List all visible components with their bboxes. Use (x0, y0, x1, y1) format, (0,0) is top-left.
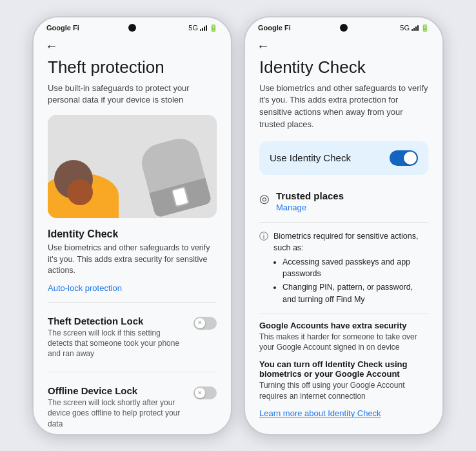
phone1-content: Theft protection Use built-in safeguards… (34, 57, 231, 434)
info-item-2: Changing PIN, pattern, or password, and … (283, 281, 428, 305)
extra-security-title: Google Accounts have extra security (259, 321, 428, 330)
phone2: Google Fi 5G 🔋 ← Identity Check Use biom… (244, 16, 444, 436)
signal-icon-2 (412, 25, 419, 31)
camera-notch-2 (340, 24, 348, 32)
carrier-1: Google Fi (46, 24, 79, 32)
info-item-1: Accessing saved passkeys and app passwor… (283, 256, 428, 279)
turn-off-block: You can turn off Identity Check using bi… (259, 359, 428, 402)
section3-title: Offline Device Lock (48, 385, 187, 396)
illus-brown2-shape (67, 179, 93, 205)
trusted-places-content: Trusted places Manage (276, 190, 344, 213)
page-subtitle-1: Use built-in safeguards to protect your … (48, 83, 217, 106)
offline-device-toggle[interactable]: ✕ (193, 386, 217, 399)
identity-toggle-label: Use Identity Check (270, 152, 351, 163)
auto-lock-link[interactable]: Auto-lock protection (48, 283, 217, 293)
extra-security-desc: This makes it harder for someone to take… (259, 332, 428, 354)
status-icons-2: 5G 🔋 (400, 24, 430, 32)
turn-off-desc: Turning this off using your Google Accou… (259, 380, 428, 402)
theft-detection-row: Theft Detection Lock The screen will loc… (48, 309, 217, 366)
turn-off-title: You can turn off Identity Check using bi… (259, 359, 428, 379)
identity-title: Identity Check (259, 57, 428, 77)
phone2-content: Identity Check Use biometrics and other … (245, 57, 442, 434)
section1-title: Identity Check (48, 228, 217, 240)
back-button-2[interactable]: ← (245, 35, 442, 57)
phone1: Google Fi 5G 🔋 ← Theft protection Use bu… (32, 16, 232, 436)
theft-detection-text: Theft Detection Lock The screen will loc… (48, 316, 193, 359)
info-list: Accessing saved passkeys and app passwor… (273, 256, 428, 305)
identity-toggle[interactable] (390, 150, 418, 166)
theft-detection-toggle-knob: ✕ (195, 318, 205, 328)
identity-subtitle: Use biometrics and other safeguards to v… (259, 83, 428, 131)
section3-desc: The screen will lock shortly after your … (48, 397, 187, 429)
divider-1 (48, 302, 217, 303)
identity-toggle-card[interactable]: Use Identity Check (259, 141, 428, 175)
network-2: 5G (400, 24, 410, 32)
trusted-places-manage-link[interactable]: Manage (276, 203, 306, 212)
page-title-1: Theft protection (48, 57, 217, 77)
identity-toggle-knob (404, 152, 417, 165)
divider-2 (48, 372, 217, 372)
carrier-2: Google Fi (258, 24, 291, 32)
back-button-1[interactable]: ← (34, 35, 231, 57)
info-section: ⓘ Biometrics required for sensitive acti… (259, 230, 428, 307)
info-text: Biometrics required for sensitive action… (273, 230, 428, 307)
theft-illustration (48, 115, 217, 218)
section2-desc: The screen will lock if this setting det… (48, 328, 187, 359)
section1-desc: Use biometrics and other safeguards to v… (48, 243, 217, 277)
phones-container: Google Fi 5G 🔋 ← Theft protection Use bu… (19, 3, 457, 448)
network-1: 5G (188, 24, 198, 32)
offline-device-row: Offline Device Lock The screen will lock… (48, 379, 217, 434)
learn-more-link[interactable]: Learn more about Identity Check (259, 408, 428, 418)
extra-security-block: Google Accounts have extra security This… (259, 321, 428, 354)
signal-icon-1 (200, 25, 207, 31)
divider-3 (259, 314, 428, 314)
offline-device-toggle-knob: ✕ (195, 388, 205, 398)
theft-detection-toggle[interactable]: ✕ (193, 317, 217, 330)
trusted-places-row: ◎ Trusted places Manage (259, 185, 428, 223)
info-heading: Biometrics required for sensitive action… (273, 232, 418, 252)
map-pin-icon: ◎ (259, 192, 270, 206)
trusted-places-title: Trusted places (276, 190, 344, 201)
battery-icon-2: 🔋 (421, 24, 430, 32)
camera-notch (128, 24, 136, 32)
info-icon: ⓘ (259, 231, 268, 307)
offline-device-text: Offline Device Lock The screen will lock… (48, 385, 193, 429)
battery-icon-1: 🔋 (209, 24, 218, 32)
section2-title: Theft Detection Lock (48, 316, 187, 326)
status-icons-1: 5G 🔋 (188, 24, 218, 32)
